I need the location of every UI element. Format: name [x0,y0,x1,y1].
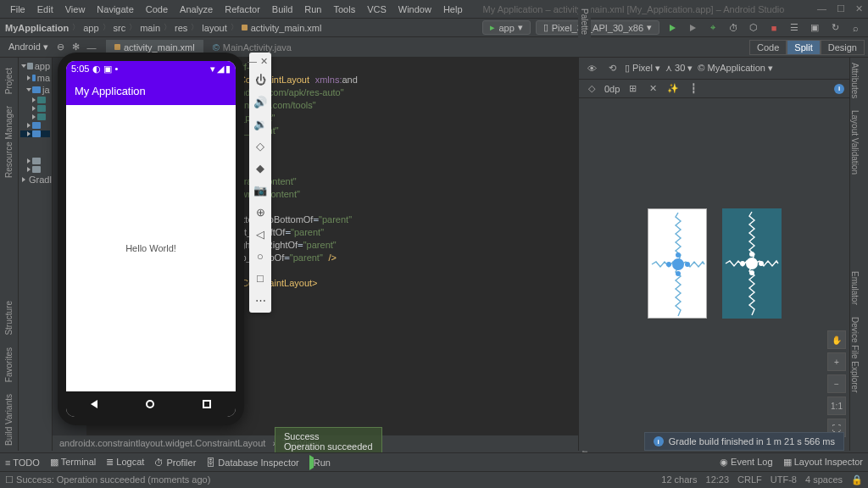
project-tree[interactable]: app ma ja Gradl [19,58,53,451]
info-icon[interactable]: i [834,84,844,94]
run-config-selector[interactable]: ▸app▾ [482,20,530,35]
device-selector[interactable]: ▯Pixel_3a_API_30_x86▾ [536,20,659,35]
default-margin-icon[interactable]: ◇ [584,81,599,97]
database-tab[interactable]: 🗄 Database Inspector [206,458,298,468]
project-view-selector[interactable]: Android ▾ [3,40,53,54]
margin-value[interactable]: 0dp [604,84,620,94]
zoom-out-button[interactable]: − [827,374,846,393]
pan-button[interactable]: ✋ [827,330,846,349]
infer-constraints-icon[interactable]: ✨ [665,81,681,97]
structure-tool-tab[interactable]: Structure [4,296,14,341]
run-tab[interactable]: Run [309,458,331,468]
menu-file[interactable]: File [5,3,31,16]
menu-view[interactable]: View [60,3,91,16]
crumb[interactable]: app [83,23,98,33]
close-icon[interactable]: ✕ [855,3,863,14]
profile-button[interactable]: ⏱ [726,20,741,36]
stop-button[interactable]: ■ [766,20,782,36]
crumb[interactable]: res [175,23,187,33]
gradle-notification[interactable]: i Gradle build finished in 1 m 21 s 566 … [644,432,844,451]
layout-inspector-tab[interactable]: ▦ Layout Inspector [783,457,863,468]
logcat-tab[interactable]: ≣ Logcat [106,457,144,468]
mode-design[interactable]: Design [821,40,865,55]
menu-tools[interactable]: Tools [328,3,360,16]
zoom-fit-button[interactable]: 1:1 [827,396,846,415]
status-bar: ☐ Success: Operation succeeded (moments … [0,471,868,488]
menu-refactor[interactable]: Refactor [220,3,265,16]
minimize-icon[interactable]: — [817,3,826,14]
sync-gradle-button[interactable]: ↻ [827,20,843,36]
layout-validation-tool-tab[interactable]: Layout Validation [850,105,860,180]
terminal-tab[interactable]: ▩ Terminal [50,457,96,468]
avd-manager-button[interactable]: ☰ [787,20,802,36]
crumb[interactable]: main [140,23,160,33]
search-button[interactable]: ⌕ [848,20,863,36]
event-log-tab[interactable]: ◉ Event Log [720,457,773,468]
mode-code[interactable]: Code [749,40,787,55]
design-surface[interactable] [648,208,707,319]
device-explorer-tool-tab[interactable]: Device File Explorer [850,312,860,397]
menu-vcs[interactable]: VCS [362,3,392,16]
crumb[interactable]: MyApplication [5,23,69,33]
attach-debugger-button[interactable]: ⬡ [746,20,761,36]
recents-icon[interactable] [203,400,211,408]
minimize-emulator-icon[interactable]: — [248,56,257,67]
status-caret[interactable]: 12:23 [706,474,730,485]
menu-code[interactable]: Code [141,3,173,16]
device-dropdown[interactable]: ▯ Pixel ▾ [625,63,660,74]
close-emulator-icon[interactable]: ✕ [260,56,268,67]
api-dropdown[interactable]: ⋏ 30 ▾ [665,63,693,74]
rotate-right-button[interactable]: ◆ [251,157,270,179]
status-encoding[interactable]: UTF-8 [771,474,797,485]
emulator-window[interactable]: 5:05◐ ▣ • ▾◢▮ My Application Hello World… [58,53,244,425]
palette-tab[interactable]: Palette [578,3,591,40]
overview-button[interactable]: □ [251,267,270,289]
menu-help[interactable]: Help [438,3,468,16]
status-eol[interactable]: CRLF [737,474,762,485]
profiler-tab[interactable]: ⏱ Profiler [154,458,196,468]
favorites-tool-tab[interactable]: Favorites [4,342,14,387]
more-button[interactable]: ⋯ [251,289,270,311]
eye-icon[interactable]: 👁 [584,61,599,76]
menu-window[interactable]: Window [393,3,437,16]
run-button[interactable] [665,20,680,36]
attributes-tool-tab[interactable]: Attributes [850,58,860,103]
crumb[interactable]: layout [202,23,226,33]
menu-edit[interactable]: Edit [32,3,58,16]
volume-up-button[interactable]: 🔊 [251,91,270,113]
resource-manager-tool-tab[interactable]: Resource Manager [4,101,14,183]
clear-constraints-icon[interactable]: ✕ [645,81,660,97]
project-tool-tab[interactable]: Project [4,63,14,99]
status-indent[interactable]: 4 spaces [805,474,843,485]
volume-down-button[interactable]: 🔉 [251,113,270,135]
menu-analyze[interactable]: Analyze [175,3,218,16]
run-tests-button[interactable] [685,20,700,36]
guidelines-icon[interactable]: ┇ [686,81,701,97]
build-variants-tool-tab[interactable]: Build Variants [4,389,14,451]
crumb[interactable]: src [114,23,126,33]
back-icon[interactable] [91,400,97,408]
back-button[interactable]: ◁ [251,223,270,245]
menu-run[interactable]: Run [299,3,326,16]
home-button[interactable]: ○ [251,245,270,267]
emulator-tool-tab[interactable]: Emulator [850,266,860,310]
zoom-button[interactable]: ⊕ [251,201,270,223]
home-icon[interactable] [146,400,154,408]
power-button[interactable]: ⏻ [251,69,270,91]
blueprint-surface[interactable] [722,208,782,319]
mode-split[interactable]: Split [787,40,820,55]
maximize-icon[interactable]: ☐ [837,3,845,14]
orientation-icon[interactable]: ⟲ [604,61,620,76]
status-lock-icon[interactable]: 🔒 [851,474,863,485]
crumb-file[interactable]: activity_main.xml [251,23,322,33]
debug-button[interactable]: ⌖ [705,20,721,36]
menu-navigate[interactable]: Navigate [92,3,138,16]
menu-build[interactable]: Build [267,3,298,16]
theme-dropdown[interactable]: © MyApplication ▾ [698,63,773,74]
todo-tab[interactable]: ≡ TODO [5,458,40,468]
rotate-left-button[interactable]: ◇ [251,135,270,157]
zoom-in-button[interactable]: + [827,352,846,371]
autoconnect-icon[interactable]: ⊞ [625,81,640,97]
sdk-manager-button[interactable]: ▣ [807,20,822,36]
screenshot-button[interactable]: 📷 [251,179,270,201]
